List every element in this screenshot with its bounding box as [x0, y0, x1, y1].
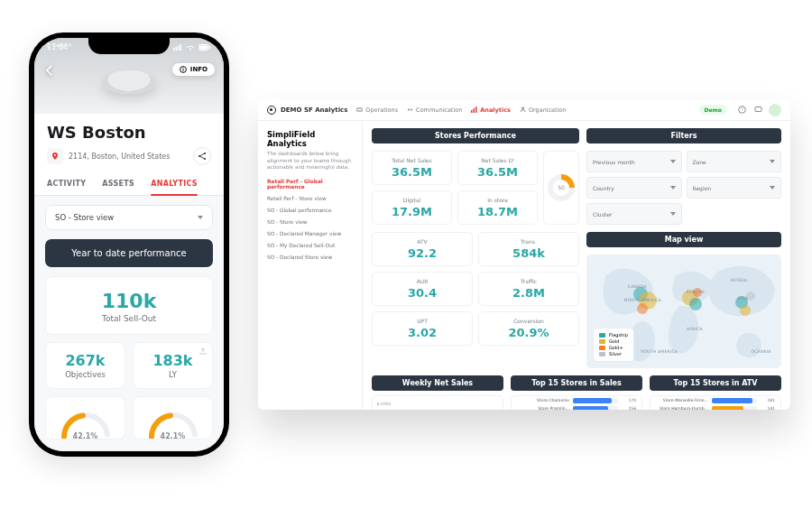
map-label-5: OCEANIA	[751, 349, 770, 354]
store-header: WS Boston 2114, Boston, United States	[34, 114, 224, 172]
card-in-store: In store18.7M	[457, 190, 538, 225]
svg-point-16	[411, 109, 412, 111]
kpi-objectives-label: Objectives	[51, 370, 119, 379]
kpi-objectives: 267k Objectives	[45, 342, 125, 389]
gauge-1-value: 42.1%	[59, 432, 113, 440]
nav-organization[interactable]: Organization	[520, 106, 567, 114]
view-select-value: SO - Store view	[55, 213, 114, 222]
kpi-total-sellout-label: Total Sell-Out	[53, 314, 205, 323]
sidebar-view-3[interactable]: SO - Store view	[267, 219, 353, 225]
card-net-sales-ly: Net Sales LY36.5M	[457, 151, 538, 185]
chat-icon[interactable]	[752, 105, 763, 116]
svg-rect-8	[182, 69, 183, 70]
svg-rect-1	[176, 47, 178, 51]
header-top-sales: Top 15 Stores in Sales	[511, 375, 642, 391]
filter-region[interactable]: Region	[687, 177, 782, 199]
card-traffic: Traffic2.8M	[478, 272, 579, 306]
help-icon[interactable]: ?	[736, 105, 747, 116]
svg-rect-5	[199, 46, 208, 50]
brand[interactable]: DEMO SF Analytics	[267, 106, 347, 115]
tab-activity[interactable]: ACTIVITY	[47, 172, 86, 195]
store-address: 2114, Boston, United States	[69, 153, 170, 161]
sidebar-view-6[interactable]: SO - Declared Store view	[267, 255, 353, 260]
svg-rect-0	[173, 48, 175, 51]
gauge-2: 42.1%	[133, 396, 213, 440]
nav-operations[interactable]: Operations	[356, 106, 398, 114]
demo-badge: Demo	[699, 105, 727, 115]
share-button[interactable]	[193, 147, 211, 165]
gauge-1: 42.1%	[45, 396, 125, 440]
period-banner: Year to date performance	[45, 239, 213, 267]
chevron-down-icon	[670, 160, 676, 163]
sidebar-view-2[interactable]: SO - Global performance	[267, 208, 353, 213]
svg-rect-6	[209, 46, 210, 49]
tab-analytics[interactable]: ANALYTICS	[151, 172, 198, 195]
kpi-ly-value: 183k	[139, 352, 207, 369]
export-icon[interactable]	[199, 347, 207, 355]
rows-sales-row-0: Store Chamonix170	[517, 398, 636, 403]
chevron-down-icon	[770, 186, 775, 190]
info-button[interactable]: INFO	[172, 63, 215, 76]
brand-name: DEMO SF Analytics	[281, 106, 347, 114]
chevron-down-icon	[198, 216, 203, 219]
wifi-icon	[186, 44, 195, 51]
filter-country[interactable]: Country	[586, 177, 682, 199]
map-pin-icon	[47, 148, 63, 164]
filter-zone[interactable]: Zone	[687, 151, 782, 172]
card-upt: UPT3.02	[372, 311, 473, 346]
card-total-net-sales: Total Net Sales36.5M	[372, 151, 452, 185]
svg-rect-2	[178, 46, 180, 51]
communication-icon	[407, 106, 413, 113]
top-nav: Operations Communication Analytics Organ…	[356, 106, 566, 114]
tab-assets[interactable]: ASSETS	[102, 172, 134, 195]
svg-point-12	[204, 153, 206, 154]
map-label-3: AFRICA	[687, 327, 703, 331]
svg-rect-19	[475, 106, 477, 113]
header-weekly: Weekly Net Sales	[372, 375, 503, 391]
map-point-2[interactable]	[637, 303, 648, 314]
map-label-1: SOUTH AMERICA	[641, 349, 678, 354]
back-button[interactable]	[43, 63, 56, 80]
svg-rect-3	[180, 44, 182, 51]
sidebar-desc: The dashboards below bring alignment to …	[267, 151, 353, 171]
map-view[interactable]: NORTH AMERICASOUTH AMERICAEUROPEAFRICAAS…	[586, 255, 781, 368]
filter-period[interactable]: Previous month	[586, 151, 682, 172]
kpi-objectives-value: 267k	[51, 352, 119, 369]
info-label: INFO	[190, 66, 208, 73]
kpi-ly: 183k LY	[133, 342, 213, 389]
chart-top-atv: Store Marseille-Time…181Store Hamburg-Du…	[650, 395, 781, 410]
sidebar-view-0[interactable]: Retail Perf - Global performance	[267, 179, 353, 190]
bottom-charts: Weekly Net Sales 8,000k4,000k 2.69M3.38M…	[372, 375, 781, 410]
map-label-2: EUROPE	[687, 290, 705, 294]
card-aur: AUR30.4	[372, 272, 473, 306]
filter-cluster[interactable]: Cluster	[586, 203, 682, 225]
perf-row-1: Total Net Sales36.5M Net Sales LY36.5M 5…	[372, 151, 579, 225]
svg-text:?: ?	[741, 106, 743, 112]
sidebar-view-4[interactable]: SO - Declared Manager view	[267, 231, 353, 236]
rows-sales-row-1: Store Pramlin…156	[517, 406, 636, 411]
svg-rect-14	[356, 108, 363, 111]
phone-notch	[88, 38, 170, 54]
sidebar-view-1[interactable]: Retail Perf - Store view	[267, 196, 353, 201]
header-stores-performance: Stores Performance	[372, 128, 579, 143]
map-label-4: ASIA	[738, 296, 748, 301]
kpi-total-sellout: 110k Total Sell-Out	[45, 276, 213, 335]
filters-panel: Previous month Zone Country Region Clust…	[586, 151, 781, 225]
nav-analytics[interactable]: Analytics	[471, 106, 511, 114]
svg-rect-9	[182, 68, 183, 69]
share-icon	[198, 152, 207, 161]
nav-communication[interactable]: Communication	[407, 106, 462, 114]
sidebar: SimpliField Analytics The dashboards bel…	[258, 121, 363, 410]
map-label-7: RUSSIA	[731, 278, 747, 282]
svg-point-11	[198, 155, 200, 157]
header-filters: Filters	[586, 128, 781, 143]
avatar[interactable]	[769, 104, 781, 116]
sidebar-view-5[interactable]: SO - My Declared Sell-Out	[267, 243, 353, 248]
donut-achievement: 50	[543, 151, 579, 225]
chevron-left-icon	[43, 64, 56, 77]
organization-icon	[520, 106, 526, 113]
battery-icon	[198, 44, 211, 51]
legend-gold: Gold	[599, 338, 628, 345]
svg-rect-18	[474, 108, 475, 113]
view-select[interactable]: SO - Store view	[45, 205, 213, 230]
